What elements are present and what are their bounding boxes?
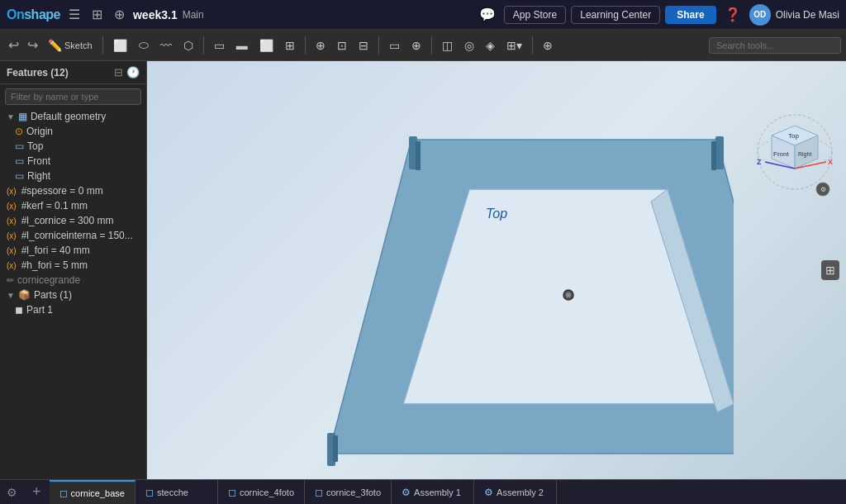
document-title-area: week3.1 Main	[133, 8, 204, 21]
tab-settings-left[interactable]: ⚙	[0, 480, 24, 504]
feature-tree: ▼ ▦ Default geometry ⊙ Origin ▭ Top ▭ Fr…	[0, 109, 146, 479]
toolbar-separator-3	[305, 36, 306, 55]
tree-item-kerf[interactable]: (x) #kerf = 0.1 mm	[0, 198, 146, 213]
tab-stecche[interactable]: ◻ stecche	[135, 480, 218, 504]
svg-text:Front: Front	[773, 150, 789, 158]
toolbar-separator-1	[102, 36, 103, 55]
tab-assembly2[interactable]: ⚙ Assembly 2	[474, 480, 557, 504]
search-tools-input[interactable]	[709, 37, 841, 54]
param-icon-4: (x)	[7, 231, 17, 240]
avatar: OD	[749, 4, 771, 26]
shell-button[interactable]: ⬜	[254, 36, 278, 55]
navigation-cube[interactable]: Top Front Right X Z ⚙	[753, 111, 836, 210]
param-icon-1: (x)	[7, 187, 17, 196]
tree-item-origin[interactable]: ⊙ Origin	[0, 124, 146, 139]
section-view-button[interactable]: ◫	[437, 36, 458, 55]
tree-item-front[interactable]: ▭ Front	[0, 154, 146, 169]
svg-point-4	[566, 292, 571, 297]
viewport[interactable]: Top Top Front Right X Z	[147, 61, 846, 479]
mate-connector-button[interactable]: ⊕	[406, 36, 426, 55]
svg-rect-6	[715, 136, 724, 169]
comment-icon[interactable]: 💬	[476, 5, 499, 24]
draft-button[interactable]: ⊞	[280, 36, 300, 55]
tab-cornice3-icon: ◻	[315, 487, 323, 498]
tree-item-l-cornice[interactable]: (x) #l_cornice = 300 mm	[0, 213, 146, 228]
boolean-button[interactable]: ⊕	[311, 36, 330, 55]
chamfer-button[interactable]: ▬	[231, 36, 253, 55]
tree-item-right[interactable]: ▭ Right	[0, 169, 146, 183]
svg-rect-10	[711, 141, 716, 170]
loft-button[interactable]: ⬡	[178, 36, 198, 55]
tab-bar: ⚙ + ◻ cornice_base ◻ stecche ◻ cornice_4…	[0, 479, 846, 504]
mirror-button[interactable]: ⊟	[354, 36, 373, 55]
revolve-button[interactable]: ⬭	[134, 36, 154, 55]
measure-button[interactable]: ⊕	[538, 36, 558, 55]
main-area: Features (12) ⊟ 🕐 ▼ ▦ Default geometry ⊙…	[0, 61, 846, 479]
svg-text:Z: Z	[757, 158, 762, 166]
param-icon-3: (x)	[7, 216, 17, 226]
top-plane-icon: ▭	[15, 140, 24, 152]
redo-icon[interactable]: ↪	[24, 36, 41, 55]
display-button[interactable]: ◎	[459, 36, 479, 55]
user-name: Olivia De Masi	[776, 9, 839, 21]
tab-stecche-icon: ◻	[145, 487, 154, 498]
svg-text:⚙: ⚙	[820, 186, 826, 193]
sketch-icon-sm: ✏	[7, 275, 14, 286]
3d-model-view: Top	[238, 107, 734, 479]
tree-item-top[interactable]: ▭ Top	[0, 139, 146, 154]
front-plane-icon: ▭	[15, 155, 24, 167]
sidebar-icon-group: ⊟ 🕐	[114, 66, 140, 78]
pattern-button[interactable]: ⊡	[332, 36, 352, 55]
tree-item-cornicegrande[interactable]: ✏ cornicegrande	[0, 273, 146, 288]
help-icon[interactable]: ❓	[721, 5, 744, 24]
sketch-button[interactable]: ✏️ Sketch	[43, 36, 97, 55]
tree-item-default-geometry[interactable]: ▼ ▦ Default geometry	[0, 109, 146, 124]
tree-item-l-corniceinterna[interactable]: (x) #l_corniceinterna = 150...	[0, 228, 146, 243]
share-button[interactable]: Share	[665, 6, 715, 24]
svg-text:Top: Top	[486, 207, 507, 221]
fillet-button[interactable]: ▭	[209, 36, 230, 55]
grid-view-icon[interactable]: ⊞	[88, 5, 106, 24]
svg-text:X: X	[828, 158, 833, 166]
tree-item-l-fori[interactable]: (x) #l_fori = 40 mm	[0, 243, 146, 258]
render-button[interactable]: ◈	[481, 36, 500, 55]
param-icon-5: (x)	[7, 246, 17, 255]
tree-item-h-fori[interactable]: (x) #h_fori = 5 mm	[0, 258, 146, 273]
toolbar: ↩ ↪ ✏️ Sketch ⬜ ⬭ 〰 ⬡ ▭ ▬ ⬜ ⊞ ⊕ ⊡ ⊟ ▭ ⊕ …	[0, 30, 846, 61]
add-tab-button[interactable]: +	[24, 480, 50, 504]
tab-cornice-3foto[interactable]: ◻ cornice_3foto	[305, 480, 392, 504]
add-element-icon[interactable]: ⊕	[111, 5, 128, 24]
app-logo: Onshape	[7, 7, 60, 22]
hamburger-menu-icon[interactable]: ☰	[65, 5, 83, 24]
sidebar-filter-input[interactable]	[5, 88, 141, 105]
svg-rect-11	[333, 435, 338, 462]
parts-icon: 📦	[18, 289, 31, 301]
toolbar-separator-2	[203, 36, 204, 55]
filter-icon[interactable]: ⊟	[114, 66, 123, 78]
tab-cornice4-icon: ◻	[228, 487, 236, 498]
parts-collapse-icon: ▼	[7, 291, 15, 300]
right-plane-icon: ▭	[15, 170, 24, 182]
tab-assembly1[interactable]: ⚙ Assembly 1	[392, 480, 474, 504]
tab-cornice-4foto[interactable]: ◻ cornice_4foto	[218, 480, 305, 504]
toolbar-separator-6	[532, 36, 533, 55]
history-icon[interactable]: 🕐	[126, 66, 140, 78]
tab-cornice-base[interactable]: ◻ cornice_base	[50, 480, 135, 504]
svg-text:Top: Top	[788, 132, 799, 140]
tree-item-parts[interactable]: ▼ 📦 Parts (1)	[0, 288, 146, 302]
learning-center-button[interactable]: Learning Center	[571, 6, 660, 24]
tab-cornice-base-icon: ◻	[59, 487, 68, 499]
tab-assembly2-icon: ⚙	[484, 487, 493, 498]
view-options-button[interactable]: ⊞▾	[501, 36, 527, 55]
plane-button[interactable]: ▭	[384, 36, 405, 55]
tree-item-spessore[interactable]: (x) #spessore = 0 mm	[0, 183, 146, 198]
undo-icon[interactable]: ↩	[5, 36, 22, 55]
tree-item-part1[interactable]: ◼ Part 1	[0, 302, 146, 317]
app-store-button[interactable]: App Store	[504, 6, 566, 24]
geometry-icon: ▦	[18, 111, 27, 122]
part-icon: ◼	[15, 304, 23, 316]
extrude-button[interactable]: ⬜	[108, 36, 132, 55]
right-panel-toggle[interactable]: ⊞	[821, 260, 839, 280]
user-area: OD Olivia De Masi	[749, 4, 839, 26]
sweep-button[interactable]: 〰	[155, 36, 177, 55]
